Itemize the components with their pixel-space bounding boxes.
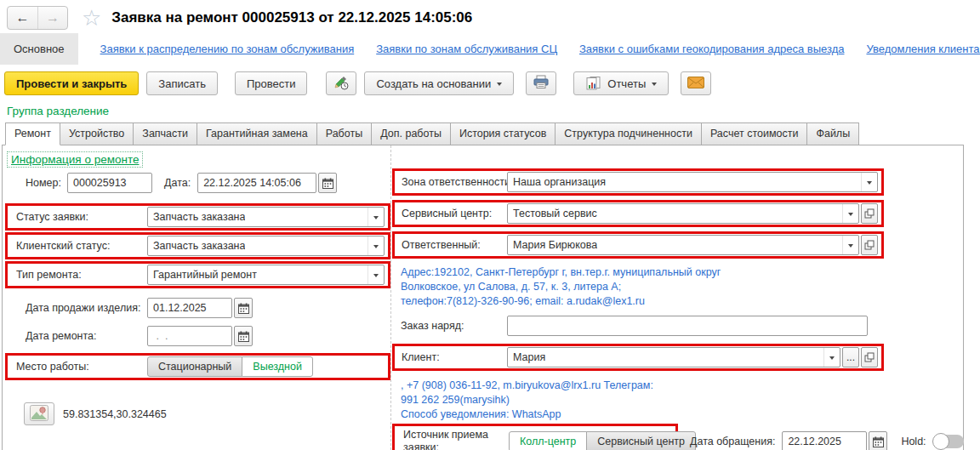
tab-device[interactable]: Устройство	[60, 122, 134, 145]
service-center-combobox[interactable]: Тестовый сервис	[507, 203, 859, 224]
client-combobox[interactable]: Мария	[507, 347, 840, 367]
tab-files[interactable]: Файлы	[806, 122, 859, 145]
calendar-icon-button[interactable]	[869, 431, 887, 450]
status-combobox[interactable]: Запчасть заказана	[147, 207, 385, 227]
open-item-icon-button[interactable]	[861, 203, 878, 224]
nav-link-zones-sc[interactable]: Заявки по зонам обслуживания СЦ	[376, 33, 557, 65]
status-field-highlight: Статус заявки: Запчасть заказана	[5, 203, 390, 231]
number-label: Номер:	[5, 177, 67, 189]
nav-link-geocoding-errors[interactable]: Заявки с ошибками геокодирования адреса …	[579, 33, 844, 65]
tab-cost-calculation[interactable]: Расчет стоимости	[701, 122, 808, 145]
client-contacts-link[interactable]: , +7 (908) 036-11-92, m.biryukova@lrx1.r…	[401, 379, 966, 422]
tab-extra-works[interactable]: Доп. работы	[371, 122, 451, 145]
nav-link-client-notifications[interactable]: Уведомления клиентам о изм	[866, 33, 980, 65]
open-item-icon	[864, 208, 875, 219]
source-field-highlight: Источник приема заявки: Колл-центр Серви…	[392, 424, 678, 450]
edit-pencil-icon-button[interactable]	[326, 71, 356, 95]
work-place-label: Место работы:	[9, 361, 147, 373]
calendar-icon	[322, 178, 333, 189]
hold-toggle[interactable]	[933, 435, 964, 448]
post-button[interactable]: Провести	[235, 71, 308, 95]
tab-parts[interactable]: Запчасти	[133, 122, 197, 145]
repair-tab-panel: Информация о ремонте Номер: 000025913 Да…	[2, 145, 964, 450]
pencil-clock-icon	[333, 75, 349, 93]
work-place-onsite-button[interactable]: Выездной	[242, 356, 313, 377]
request-date-label: Дата обращения:	[690, 436, 775, 447]
chevron-down-icon[interactable]	[823, 348, 840, 367]
tab-status-history[interactable]: История статусов	[450, 122, 556, 145]
printer-icon	[533, 75, 549, 92]
title-bar: ← → ☆ Заявка на ремонт 000025913 от 22.1…	[0, 0, 980, 33]
save-button[interactable]: Записать	[146, 71, 218, 95]
request-source-switch: Колл-центр Сервисный центр	[509, 431, 696, 450]
service-center-label: Сервисный центр:	[396, 208, 507, 219]
forward-button[interactable]: →	[37, 7, 67, 29]
create-based-on-button[interactable]: Создать на основании	[364, 71, 514, 95]
group-separator-label: Группа разделение	[7, 105, 980, 117]
chevron-down-icon	[497, 83, 502, 88]
chevron-down-icon[interactable]	[842, 236, 858, 254]
responsibility-zone-combobox[interactable]: Наша организация	[507, 172, 878, 192]
chevron-down-icon[interactable]	[368, 265, 384, 284]
chevron-down-icon[interactable]	[368, 208, 384, 226]
map-button[interactable]	[24, 402, 54, 425]
request-source-label: Источник приема заявки:	[398, 429, 509, 450]
sale-date-input[interactable]: 01.12.2025	[147, 298, 232, 318]
number-input[interactable]: 000025913	[67, 173, 152, 193]
work-order-input[interactable]	[507, 316, 868, 336]
tab-works[interactable]: Работы	[316, 122, 372, 145]
post-and-close-button[interactable]: Провести и закрыть	[4, 71, 139, 95]
calendar-icon-button[interactable]	[234, 326, 253, 346]
form-nav-panel: Основное Заявки к распределению по зонам…	[0, 33, 980, 65]
client-status-field-highlight: Клиентский статус: Запчасть заказана	[5, 232, 390, 259]
responsibility-zone-label: Зона ответственности:	[396, 176, 507, 188]
repair-type-field-highlight: Тип ремонта: Гарантийный ремонт	[5, 261, 390, 288]
chevron-down-icon[interactable]	[842, 204, 858, 223]
nav-link-distribution-by-zones[interactable]: Заявки к распределению по зонам обслужив…	[100, 33, 355, 65]
client-status-label: Клиентский статус:	[9, 240, 147, 252]
open-item-icon-button[interactable]	[861, 347, 878, 367]
hold-label: Hold:	[901, 436, 926, 447]
nav-tab-main[interactable]: Основное	[0, 33, 78, 65]
client-field-highlight: Клиент: Мария ...	[392, 344, 884, 371]
service-center-field-highlight: Сервисный центр: Тестовый сервис	[392, 200, 884, 227]
date-label: Дата:	[152, 177, 191, 189]
create-based-on-label: Создать на основании	[376, 77, 491, 90]
reports-label: Отчеты	[607, 77, 646, 90]
source-call-center-button[interactable]: Колл-центр	[509, 431, 587, 450]
repair-type-label: Тип ремонта:	[9, 269, 147, 281]
tab-warranty-replacement[interactable]: Гарантийная замена	[197, 122, 317, 145]
calendar-icon-button[interactable]	[318, 173, 337, 193]
favorite-star-icon[interactable]: ☆	[82, 7, 101, 29]
service-center-address-link[interactable]: Адрес:192102, Санкт-Петербург г, вн.тер.…	[401, 265, 966, 309]
source-service-center-button[interactable]: Сервисный центр	[586, 431, 696, 450]
reports-icon	[585, 77, 601, 90]
repair-date-label: Дата ремонта:	[5, 330, 147, 342]
date-input[interactable]: 22.12.2025 14:05:06	[197, 173, 316, 193]
print-button[interactable]	[526, 71, 556, 95]
repair-info-group-title[interactable]: Информация о ремонте	[7, 151, 143, 168]
tab-repair[interactable]: Ремонт	[5, 122, 60, 145]
left-column: Номер: 000025913 Дата: 22.12.2025 14:05:…	[5, 173, 390, 425]
calendar-icon-button[interactable]	[234, 298, 253, 318]
more-options-button[interactable]: ...	[842, 347, 859, 367]
page-title: Заявка на ремонт 000025913 от 22.12.2025…	[111, 9, 472, 26]
back-button[interactable]: ←	[8, 7, 37, 29]
client-status-combobox[interactable]: Запчасть заказана	[147, 236, 385, 256]
zone-field-highlight: Зона ответственности: Наша организация	[392, 168, 884, 196]
status-label: Статус заявки:	[9, 211, 147, 223]
responsible-field-highlight: Ответственный: Мария Бирюкова	[392, 231, 884, 259]
tab-strip: Ремонт Устройство Запчасти Гарантийная з…	[5, 122, 980, 145]
chevron-down-icon	[652, 83, 657, 88]
open-item-icon-button[interactable]	[861, 235, 878, 255]
chevron-down-icon[interactable]	[861, 173, 877, 191]
reports-button[interactable]: Отчеты	[573, 71, 669, 95]
repair-date-input[interactable]: . .	[147, 326, 232, 346]
tab-subordination-structure[interactable]: Структура подчиненности	[555, 122, 702, 145]
repair-type-combobox[interactable]: Гарантийный ремонт	[147, 265, 385, 285]
email-button[interactable]	[681, 71, 711, 95]
responsible-combobox[interactable]: Мария Бирюкова	[507, 235, 859, 255]
request-date-input[interactable]: 22.12.2025	[782, 431, 867, 450]
work-place-stationary-button[interactable]: Стационарный	[147, 356, 242, 377]
chevron-down-icon[interactable]	[368, 236, 384, 255]
